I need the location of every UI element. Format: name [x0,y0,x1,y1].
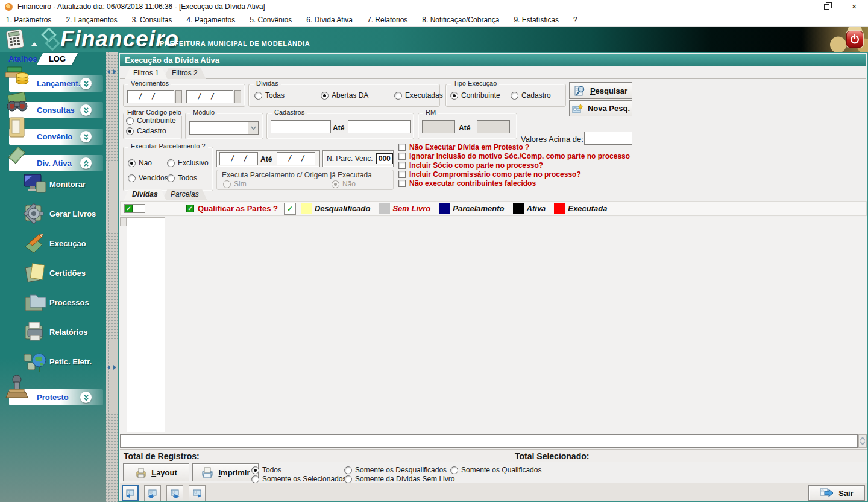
menu-convenios[interactable]: 5. Convênios [250,16,292,24]
radio-dividas-executadas[interactable]: Executadas [394,91,443,100]
radio-tipo-contribuinte[interactable]: Contribuinte [450,91,500,100]
record-navigator-bar[interactable] [120,434,858,448]
nav-first-button[interactable] [122,485,139,501]
parc-data-inicial-input[interactable]: __/__/____ [219,152,258,165]
radio-print-sem-livro[interactable]: Somente da Dívidas Sem Livro [344,475,454,483]
menu-notificacao[interactable]: 8. Notificação/Cobrança [422,16,499,24]
check-incluir-compromissario[interactable]: Incluir Compromissário como parte no pro… [398,171,581,178]
vencimento-inicial-picker-button[interactable] [175,90,182,103]
valores-acima-label: Valores Acima de: [521,135,583,144]
radio-parc-nao[interactable]: Não [128,159,152,167]
check-incluir-socio[interactable]: Incluir Sócio como parte no processo? [398,162,543,169]
expand-protesto-button[interactable] [80,392,92,403]
sidebar-item-processos[interactable]: Processos [18,290,106,314]
nav-next-button[interactable] [166,485,183,501]
minimize-button[interactable] [785,0,813,13]
results-grid[interactable] [120,217,867,434]
radio-dividas-todas[interactable]: Todas [254,91,285,100]
menu-consultas[interactable]: 3. Consultas [132,16,172,24]
imprimir-button[interactable]: Imprimir [192,463,259,481]
radio-dividas-abertas-da[interactable]: Abertas DA [321,91,368,100]
layout-button[interactable]: Layout [123,463,189,481]
nova-pesquisa-button[interactable]: Nova Pesq. [569,100,632,116]
printer-icon [22,320,48,344]
sidebar-item-gerar-livros[interactable]: Gerar Livros [18,202,106,226]
legend-label-parcelamento: Parcelamento [453,204,504,213]
close-button[interactable]: × [840,0,868,13]
form-caption: Execução da Dívida Ativa [120,54,866,66]
app-banner: Financeiro PREFEITURA MUNICIPAL DE MODEL… [0,27,868,52]
menu-estatisticas[interactable]: 9. Estatísticas [514,16,559,24]
nav-last-button[interactable] [189,485,206,501]
origem-group: Executa Parcelamento c/ Origem já Execut… [216,170,394,190]
check-nao-executar-falecidos[interactable]: Não executar contribuintes falecidos [398,180,536,187]
spinner-down-icon [860,441,866,445]
sidebar-item-monitorar[interactable]: Monitorar [18,172,106,196]
spinner-control[interactable] [858,434,867,448]
sair-button[interactable]: Sair [808,485,865,501]
radio-filtrar-contribuinte[interactable]: Contribuinte [126,116,176,125]
sidebar-item-certidoes[interactable]: Certidões [18,261,106,285]
sidebar-item-petic-eletr[interactable]: Petic. Eletr. [18,349,106,373]
collapse-div-ativa-button[interactable] [80,157,92,169]
expand-convenio-button[interactable] [80,131,92,142]
radio-parc-todos[interactable]: Todos [167,174,197,182]
menu-help[interactable]: ? [573,16,577,24]
check-ignorar-motivo[interactable]: Ignorar inclusão do motivo Sóc./Comp. co… [398,153,630,160]
vencimento-final-picker-button[interactable] [234,90,241,103]
expand-consultas-button[interactable] [80,104,92,116]
select-all-checkbox[interactable]: ✓ [124,204,145,213]
sidebar-item-relatorios[interactable]: Relatórios [18,320,106,344]
cadastros-ate-input[interactable] [348,120,411,133]
radio-filtrar-cadastro[interactable]: Cadastro [126,127,166,135]
legend-label-ativa: Ativa [527,204,546,213]
radio-print-selecionados[interactable]: Somente os Selecionados [251,475,346,483]
tab-filtros-2[interactable]: Filtros 2 [163,68,206,79]
sidebar-item-execucao[interactable]: Execução [18,231,106,255]
scroll-arrows-icon[interactable] [107,365,116,371]
rm-de-input [422,120,455,133]
radio-parc-vencidos[interactable]: Vencidos [128,174,168,182]
status-legend-bar: ✓ ✓ Qualificar as Partes ? ✓ Desqualific… [120,201,867,216]
tab-filtros-1[interactable]: Filtros 1 [125,68,168,79]
qualificar-checkbox[interactable]: ✓ [186,205,194,212]
scroll-arrows-icon[interactable] [107,69,116,75]
restore-button[interactable] [813,0,840,13]
valores-acima-input[interactable] [584,132,632,145]
expand-lancamentos-button[interactable] [80,78,92,89]
vencimento-inicial-input[interactable]: __/__/____ [127,90,174,103]
radio-print-qualificados[interactable]: Somente os Qualificados [450,466,541,474]
menu-parametros[interactable]: 1. Parâmetros [6,16,51,24]
radio-print-desqualificados[interactable]: Somente os Desqualificados [344,466,447,474]
radio-print-todos[interactable]: Todos [251,466,281,474]
chevron-down-icon [82,133,90,141]
log-tab[interactable]: LOG [37,53,78,65]
radio-tipo-cadastro[interactable]: Cadastro [511,91,551,100]
menu-pagamentos[interactable]: 4. Pagamentos [186,16,235,24]
cadastros-de-input[interactable] [271,120,331,133]
main-panel: Execução da Dívida Ativa Filtros 1 Filtr… [118,52,868,502]
application-window: Financeiro - Atualizado dia: 06/08/2018 … [0,0,868,502]
menu-lancamentos[interactable]: 2. Lançamentos [66,16,117,24]
menu-divida-ativa[interactable]: 6. Dívida Ativa [306,16,353,24]
menu-relatorios[interactable]: 7. Relatórios [367,16,407,24]
modulo-select[interactable] [189,121,259,135]
check-nao-executar-protesto[interactable]: Não Executar Dívida em Protesto ? [398,144,529,151]
legend-label-sem-livro: Sem Livro [392,204,430,213]
pesquisar-button[interactable]: Pesquisar [569,82,632,99]
sidebar: Atalhos LOG Lançament. Consultas [0,52,106,502]
monitor-icon [22,172,48,196]
tab-dividas[interactable]: Dividas [124,189,166,200]
nav-prev-button[interactable] [144,485,161,501]
parc-data-final-input[interactable]: __/__/____ [277,152,315,165]
radio-parc-exclusivo[interactable]: Exclusivo [167,159,209,167]
vencimento-final-input[interactable]: __/__/____ [186,90,233,103]
parc-ate-label: Até [260,155,272,164]
power-button[interactable] [846,31,863,48]
side-scrollbar[interactable] [106,52,118,502]
caret-up-icon[interactable] [31,42,37,46]
n-parc-venc-input[interactable]: 000 [376,153,393,164]
print-options-row: Layout Imprimir Todos Somente os Selecio… [120,462,867,483]
tab-parcelas[interactable]: Parcelas [162,189,207,200]
gear-icon [22,202,48,226]
